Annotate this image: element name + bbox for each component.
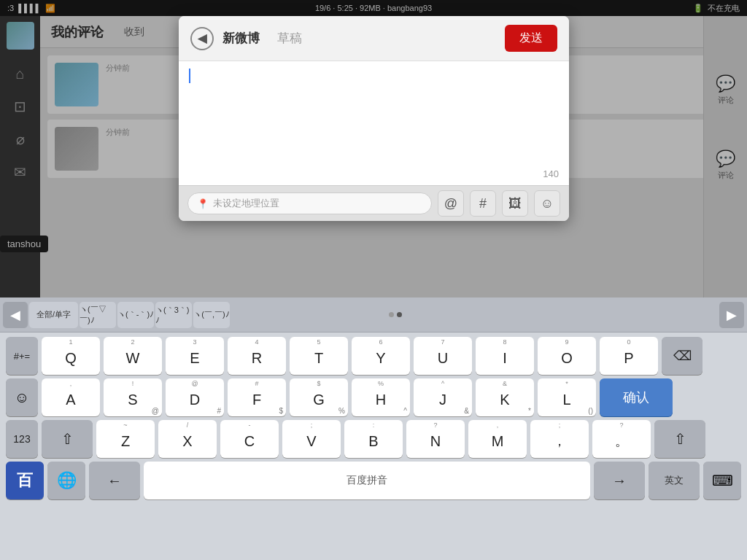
keyboard-dismiss-key[interactable]: ⌨ — [703, 462, 741, 499]
image-icon: 🖼 — [508, 196, 522, 211]
at-button[interactable]: @ — [438, 190, 464, 217]
left-arrow-key[interactable]: ← — [89, 462, 140, 499]
emoji-button[interactable]: ☺ — [534, 190, 560, 217]
dot-2 — [397, 312, 402, 317]
emoji-prev-button[interactable]: ◀ — [3, 302, 28, 328]
confirm-key[interactable]: 确认 — [600, 378, 673, 416]
key-x[interactable]: / X — [158, 420, 217, 458]
key-s-letter: S — [128, 392, 137, 408]
key-e[interactable]: 3 E — [166, 337, 224, 375]
emoji-category-label: 全部/单字 — [36, 309, 71, 320]
shift-key-right[interactable]: ⇧ — [654, 420, 705, 458]
key-h-number: % — [378, 380, 384, 387]
shift-key[interactable]: ⇧ — [42, 420, 93, 458]
space-key[interactable]: 百度拼音 — [144, 462, 590, 499]
emoji-category-all[interactable]: 全部/单字 — [29, 302, 78, 328]
key-r[interactable]: 4 R — [228, 337, 286, 375]
key-n-number: ? — [433, 421, 437, 429]
key-b[interactable]: : B — [344, 420, 403, 458]
key-a[interactable]: , A — [42, 378, 100, 416]
tab-draft[interactable]: 草稿 — [277, 28, 302, 48]
keyboard: ◀ 全部/单字 ヽ(￣▽￣)ﾉ ヽ(｀-｀)ﾉ ヽ(｀3｀)ﾉ ヽ(￣,￣)ﾉ … — [0, 298, 747, 560]
key-o-letter: O — [561, 350, 573, 367]
key-x-letter: X — [182, 433, 192, 450]
key-w[interactable]: 2 W — [104, 337, 162, 375]
key-k[interactable]: & K * — [476, 378, 534, 416]
key-h[interactable]: % H ^ — [352, 378, 410, 416]
emoji-face-4[interactable]: ヽ(￣,￣)ﾉ — [193, 302, 230, 328]
key-u-letter: U — [438, 350, 448, 367]
at-icon: @ — [444, 196, 457, 211]
key-t[interactable]: 5 T — [290, 337, 348, 375]
key-v[interactable]: ; V — [282, 420, 341, 458]
key-s[interactable]: ! S @ — [104, 378, 162, 416]
special-chars-key[interactable]: #+= — [6, 337, 38, 375]
key-y-letter: Y — [376, 350, 385, 367]
image-button[interactable]: 🖼 — [502, 190, 528, 217]
char-count: 140 — [543, 168, 559, 179]
keyboard-icon: ⌨ — [712, 472, 733, 489]
key-g[interactable]: $ G % — [290, 378, 348, 416]
key-comma[interactable]: ; ， — [530, 420, 589, 458]
key-comma-letter: ， — [553, 432, 566, 450]
key-q[interactable]: 1 Q — [42, 337, 100, 375]
key-y[interactable]: 6 Y — [352, 337, 410, 375]
key-u[interactable]: 7 U — [414, 337, 472, 375]
emoji-face-2[interactable]: ヽ(｀-｀)ﾉ — [117, 302, 154, 328]
key-n[interactable]: ? N — [406, 420, 465, 458]
right-arrow-key[interactable]: → — [594, 462, 645, 499]
keyboard-bottom-row: 百 🌐 ← 百度拼音 → 英文 ⌨ — [3, 462, 744, 499]
key-j[interactable]: ^ J & — [414, 378, 472, 416]
key-l[interactable]: * L () — [538, 378, 596, 416]
send-button[interactable]: 发送 — [505, 25, 557, 52]
key-l-letter: L — [562, 392, 570, 408]
location-picker[interactable]: 📍 未设定地理位置 — [187, 192, 432, 214]
hashtag-button[interactable]: # — [470, 190, 496, 217]
key-z[interactable]: ~ Z — [96, 420, 155, 458]
key-x-number: / — [187, 421, 189, 429]
back-button[interactable]: ◀ — [190, 27, 214, 50]
key-e-number: 3 — [193, 338, 196, 346]
emoji-face-3-text: ヽ(｀3｀)ﾉ — [155, 305, 192, 324]
key-f[interactable]: # F $ — [228, 378, 286, 416]
key-k-number: & — [503, 380, 507, 387]
key-t-letter: T — [314, 350, 323, 367]
delete-icon: ⌫ — [673, 348, 692, 364]
hash-icon: # — [479, 196, 487, 211]
key-c[interactable]: - C — [220, 420, 279, 458]
key-i[interactable]: 8 I — [476, 337, 534, 375]
tab-new-weibo[interactable]: 新微博 — [222, 28, 260, 48]
key-p[interactable]: 0 P — [600, 337, 658, 375]
key-t-number: 5 — [317, 338, 320, 346]
key-m[interactable]: , M — [468, 420, 527, 458]
emoji-next-button[interactable]: ▶ — [719, 302, 744, 328]
globe-key[interactable]: 🌐 — [47, 462, 85, 499]
modal-header: ◀ 新微博 草稿 发送 — [179, 16, 569, 61]
key-o-number: 9 — [565, 338, 568, 346]
baidu-logo-key[interactable]: 百 — [6, 462, 44, 499]
emoji-main-key[interactable]: ☺ — [6, 378, 38, 416]
key-h-letter: H — [376, 392, 386, 408]
key-period[interactable]: ? 。 — [592, 420, 651, 458]
key-f-letter: F — [252, 392, 261, 408]
baidu-logo-text: 百 — [17, 470, 33, 491]
key-m-number: , — [497, 421, 499, 429]
key-period-letter: 。 — [615, 432, 628, 450]
emoji-face-3[interactable]: ヽ(｀3｀)ﾉ — [155, 302, 192, 328]
key-rows: #+= 1 Q 2 W 3 E 4 R 5 T 6 — [0, 332, 747, 499]
key-j-letter: J — [439, 392, 446, 408]
key-k-sub: * — [528, 407, 531, 415]
emoji-face-1[interactable]: ヽ(￣▽￣)ﾉ — [80, 302, 116, 328]
delete-key[interactable]: ⌫ — [662, 337, 703, 375]
page-dots — [389, 312, 402, 317]
key-g-number: $ — [317, 380, 320, 387]
compose-textarea-wrap[interactable]: 140 — [179, 61, 569, 185]
key-d[interactable]: @ D # — [166, 378, 224, 416]
lang-switch-key[interactable]: 英文 — [649, 462, 700, 499]
key-o[interactable]: 9 O — [538, 337, 596, 375]
location-icon: 📍 — [197, 198, 209, 209]
key-s-sub: @ — [152, 407, 159, 415]
key-b-number: : — [373, 421, 375, 429]
key-i-letter: I — [503, 350, 507, 367]
numbers-key[interactable]: 123 — [6, 420, 38, 458]
